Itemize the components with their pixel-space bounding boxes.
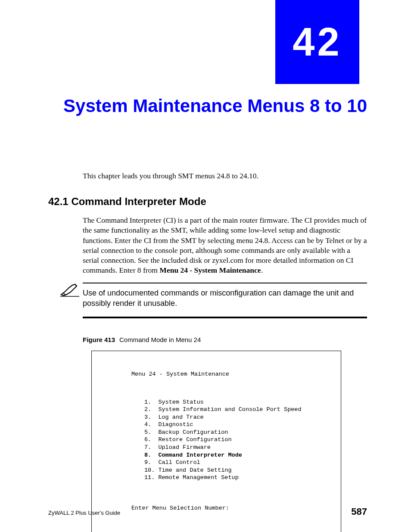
figure-caption-text: Command Mode in Menu 24 [119, 336, 201, 343]
menu-item: 7. Upload Firmware [144, 444, 334, 451]
menu-item: 10. Time and Date Setting [144, 467, 334, 474]
menu-item: 8. Command Interpreter Mode [144, 451, 334, 459]
menu-item: 5. Backup Configuration [144, 429, 334, 436]
chapter-number-box: 42 [275, 0, 359, 84]
footer-page-number: 587 [351, 506, 367, 517]
menu-item: 4. Diagnostic [144, 421, 334, 429]
note-block: Use of undocumented commands or misconfi… [83, 283, 367, 318]
handwriting-note-icon [59, 282, 77, 301]
para-bold: Menu 24 - System Maintenance [159, 266, 261, 274]
menu-item: 2. System Information and Console Port S… [144, 406, 334, 414]
menu-item: 11. Remote Management Setup [144, 474, 334, 482]
chapter-title: System Maintenance Menus 8 to 10 [48, 95, 367, 118]
menu-items: 1. System Status2. System Information an… [101, 398, 334, 482]
menu-item: 1. System Status [144, 398, 334, 406]
section-heading: 42.1 Command Interpreter Mode [48, 196, 206, 208]
menu-box: Menu 24 - System Maintenance 1. System S… [91, 351, 341, 532]
footer-guide-name: ZyWALL 2 Plus User's Guide [48, 510, 120, 516]
figure-label: Figure 413 [83, 336, 115, 343]
figure-caption: Figure 413Command Mode in Menu 24 [83, 336, 201, 343]
menu-item: 6. Restore Configuration [144, 436, 334, 444]
page-footer: ZyWALL 2 Plus User's Guide 587 [48, 506, 367, 517]
menu-item: 3. Log and Trace [144, 414, 334, 421]
chapter-number: 42 [293, 19, 342, 65]
para-text-2: . [261, 266, 263, 274]
section-paragraph: The Command Interpreter (CI) is a part o… [83, 215, 367, 276]
note-text: Use of undocumented commands or misconfi… [83, 288, 367, 309]
chapter-intro: This chapter leads you through SMT menus… [83, 171, 367, 180]
menu-item: 9. Call Control [144, 459, 334, 467]
note-bottom-rule [83, 317, 367, 318]
menu-title: Menu 24 - System Maintenance [101, 370, 334, 378]
